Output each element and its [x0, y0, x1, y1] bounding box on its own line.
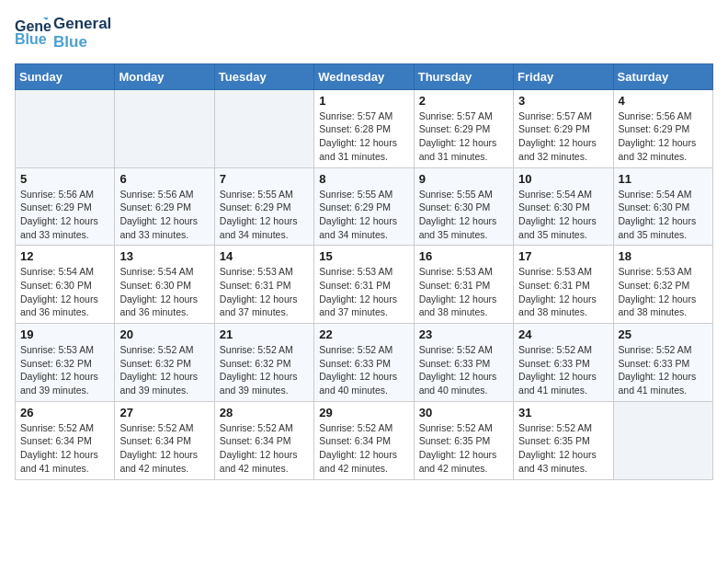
day-info: Sunrise: 5:53 AM Sunset: 6:31 PM Dayligh…	[319, 265, 408, 319]
day-number: 9	[419, 172, 508, 186]
day-info: Sunrise: 5:54 AM Sunset: 6:30 PM Dayligh…	[119, 265, 209, 319]
calendar-week-row-2: 5Sunrise: 5:56 AM Sunset: 6:29 PM Daylig…	[16, 167, 713, 246]
day-info: Sunrise: 5:54 AM Sunset: 6:30 PM Dayligh…	[518, 188, 608, 242]
day-info: Sunrise: 5:55 AM Sunset: 6:29 PM Dayligh…	[220, 188, 309, 242]
weekday-header-sunday: Sunday	[16, 63, 115, 89]
calendar-cell: 8Sunrise: 5:55 AM Sunset: 6:29 PM Daylig…	[314, 167, 414, 246]
calendar-cell: 3Sunrise: 5:57 AM Sunset: 6:29 PM Daylig…	[514, 89, 613, 167]
logo: General Blue General Blue	[15, 15, 111, 52]
calendar-week-row-3: 12Sunrise: 5:54 AM Sunset: 6:30 PM Dayli…	[16, 246, 713, 324]
day-number: 23	[419, 327, 508, 341]
weekday-header-monday: Monday	[115, 63, 214, 89]
calendar-cell: 1Sunrise: 5:57 AM Sunset: 6:28 PM Daylig…	[314, 89, 414, 167]
day-number: 24	[518, 327, 608, 341]
day-number: 5	[20, 172, 109, 186]
day-info: Sunrise: 5:52 AM Sunset: 6:35 PM Dayligh…	[518, 421, 608, 476]
calendar-cell: 9Sunrise: 5:55 AM Sunset: 6:30 PM Daylig…	[414, 167, 513, 246]
day-info: Sunrise: 5:52 AM Sunset: 6:33 PM Dayligh…	[319, 343, 408, 397]
day-number: 29	[319, 406, 408, 419]
calendar-cell: 11Sunrise: 5:54 AM Sunset: 6:30 PM Dayli…	[613, 167, 712, 246]
calendar-cell	[115, 89, 214, 167]
weekday-header-tuesday: Tuesday	[214, 63, 313, 89]
day-info: Sunrise: 5:52 AM Sunset: 6:32 PM Dayligh…	[220, 343, 309, 397]
calendar-week-row-1: 1Sunrise: 5:57 AM Sunset: 6:28 PM Daylig…	[16, 89, 713, 167]
day-info: Sunrise: 5:57 AM Sunset: 6:28 PM Dayligh…	[319, 109, 408, 164]
calendar-cell: 16Sunrise: 5:53 AM Sunset: 6:31 PM Dayli…	[414, 246, 513, 324]
day-info: Sunrise: 5:52 AM Sunset: 6:34 PM Dayligh…	[119, 421, 209, 476]
calendar-cell: 29Sunrise: 5:52 AM Sunset: 6:34 PM Dayli…	[314, 401, 414, 479]
day-number: 3	[518, 94, 608, 108]
day-number: 20	[119, 327, 209, 341]
day-info: Sunrise: 5:53 AM Sunset: 6:31 PM Dayligh…	[518, 265, 608, 319]
day-number: 7	[220, 172, 309, 186]
logo-blue: Blue	[53, 33, 111, 52]
day-number: 30	[419, 406, 508, 419]
weekday-header-thursday: Thursday	[414, 63, 513, 89]
calendar-cell: 24Sunrise: 5:52 AM Sunset: 6:33 PM Dayli…	[514, 324, 613, 402]
day-number: 25	[619, 327, 708, 341]
calendar-cell: 30Sunrise: 5:52 AM Sunset: 6:35 PM Dayli…	[414, 401, 513, 479]
day-number: 31	[518, 406, 608, 419]
day-number: 28	[220, 406, 309, 419]
day-info: Sunrise: 5:57 AM Sunset: 6:29 PM Dayligh…	[518, 109, 608, 164]
calendar-cell: 13Sunrise: 5:54 AM Sunset: 6:30 PM Dayli…	[115, 246, 214, 324]
day-number: 4	[619, 94, 708, 108]
logo-icon: General Blue	[15, 17, 51, 50]
calendar-cell: 6Sunrise: 5:56 AM Sunset: 6:29 PM Daylig…	[115, 167, 214, 246]
day-info: Sunrise: 5:52 AM Sunset: 6:32 PM Dayligh…	[119, 343, 209, 397]
weekday-header-row: SundayMondayTuesdayWednesdayThursdayFrid…	[16, 63, 713, 89]
calendar-cell: 26Sunrise: 5:52 AM Sunset: 6:34 PM Dayli…	[16, 401, 115, 479]
calendar-cell: 15Sunrise: 5:53 AM Sunset: 6:31 PM Dayli…	[314, 246, 414, 324]
day-number: 19	[20, 327, 109, 341]
day-number: 1	[319, 94, 408, 108]
day-number: 8	[319, 172, 408, 186]
calendar-cell	[16, 89, 115, 167]
day-info: Sunrise: 5:57 AM Sunset: 6:29 PM Dayligh…	[419, 109, 508, 164]
svg-text:Blue: Blue	[15, 31, 47, 47]
calendar-cell: 2Sunrise: 5:57 AM Sunset: 6:29 PM Daylig…	[414, 89, 513, 167]
calendar-cell: 12Sunrise: 5:54 AM Sunset: 6:30 PM Dayli…	[16, 246, 115, 324]
calendar-cell: 18Sunrise: 5:53 AM Sunset: 6:32 PM Dayli…	[613, 246, 712, 324]
calendar-cell: 17Sunrise: 5:53 AM Sunset: 6:31 PM Dayli…	[514, 246, 613, 324]
day-info: Sunrise: 5:55 AM Sunset: 6:29 PM Dayligh…	[319, 188, 408, 242]
calendar-cell: 14Sunrise: 5:53 AM Sunset: 6:31 PM Dayli…	[214, 246, 313, 324]
weekday-header-friday: Friday	[514, 63, 613, 89]
day-info: Sunrise: 5:52 AM Sunset: 6:33 PM Dayligh…	[518, 343, 608, 397]
day-info: Sunrise: 5:54 AM Sunset: 6:30 PM Dayligh…	[619, 188, 708, 242]
calendar-cell: 27Sunrise: 5:52 AM Sunset: 6:34 PM Dayli…	[115, 401, 214, 479]
day-number: 22	[319, 327, 408, 341]
day-number: 18	[619, 249, 708, 263]
day-info: Sunrise: 5:52 AM Sunset: 6:34 PM Dayligh…	[220, 421, 309, 476]
day-number: 26	[20, 406, 109, 419]
day-info: Sunrise: 5:52 AM Sunset: 6:34 PM Dayligh…	[20, 421, 109, 476]
calendar-cell: 25Sunrise: 5:52 AM Sunset: 6:33 PM Dayli…	[613, 324, 712, 402]
calendar-cell: 5Sunrise: 5:56 AM Sunset: 6:29 PM Daylig…	[16, 167, 115, 246]
calendar-cell	[214, 89, 313, 167]
calendar-cell	[613, 401, 712, 479]
calendar-cell: 10Sunrise: 5:54 AM Sunset: 6:30 PM Dayli…	[514, 167, 613, 246]
day-info: Sunrise: 5:52 AM Sunset: 6:34 PM Dayligh…	[319, 421, 408, 476]
day-info: Sunrise: 5:52 AM Sunset: 6:33 PM Dayligh…	[419, 343, 508, 397]
calendar-table: SundayMondayTuesdayWednesdayThursdayFrid…	[15, 63, 713, 480]
day-info: Sunrise: 5:53 AM Sunset: 6:31 PM Dayligh…	[220, 265, 309, 319]
calendar-cell: 31Sunrise: 5:52 AM Sunset: 6:35 PM Dayli…	[514, 401, 613, 479]
calendar-cell: 23Sunrise: 5:52 AM Sunset: 6:33 PM Dayli…	[414, 324, 513, 402]
day-info: Sunrise: 5:56 AM Sunset: 6:29 PM Dayligh…	[20, 188, 109, 242]
day-number: 13	[119, 249, 209, 263]
day-number: 6	[119, 172, 209, 186]
calendar-cell: 7Sunrise: 5:55 AM Sunset: 6:29 PM Daylig…	[214, 167, 313, 246]
day-info: Sunrise: 5:56 AM Sunset: 6:29 PM Dayligh…	[119, 188, 209, 242]
day-number: 12	[20, 249, 109, 263]
calendar-cell: 22Sunrise: 5:52 AM Sunset: 6:33 PM Dayli…	[314, 324, 414, 402]
calendar-cell: 20Sunrise: 5:52 AM Sunset: 6:32 PM Dayli…	[115, 324, 214, 402]
day-info: Sunrise: 5:53 AM Sunset: 6:31 PM Dayligh…	[419, 265, 508, 319]
calendar-cell: 28Sunrise: 5:52 AM Sunset: 6:34 PM Dayli…	[214, 401, 313, 479]
day-info: Sunrise: 5:53 AM Sunset: 6:32 PM Dayligh…	[619, 265, 708, 319]
day-number: 17	[518, 249, 608, 263]
day-info: Sunrise: 5:52 AM Sunset: 6:35 PM Dayligh…	[419, 421, 508, 476]
day-info: Sunrise: 5:54 AM Sunset: 6:30 PM Dayligh…	[20, 265, 109, 319]
day-info: Sunrise: 5:53 AM Sunset: 6:32 PM Dayligh…	[20, 343, 109, 397]
day-info: Sunrise: 5:56 AM Sunset: 6:29 PM Dayligh…	[619, 109, 708, 164]
day-number: 14	[220, 249, 309, 263]
day-number: 15	[319, 249, 408, 263]
